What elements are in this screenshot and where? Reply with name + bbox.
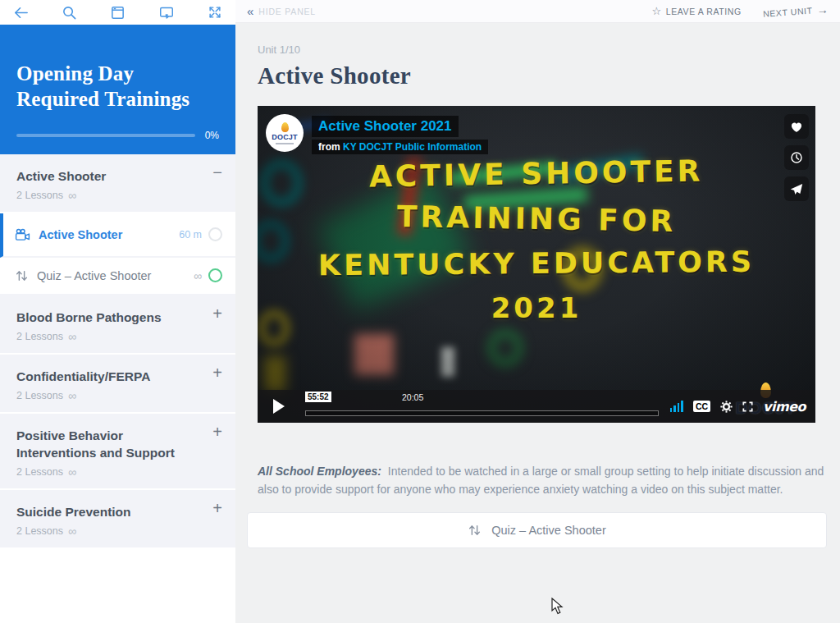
expand-section-icon[interactable]: +: [212, 500, 222, 516]
back-button[interactable]: [11, 3, 30, 21]
lesson-duration: 60 m: [179, 229, 202, 240]
main-topbar: « HIDE PANEL ☆ LEAVE A RATING NEXT UNIT …: [235, 0, 840, 23]
fullscreen-icon: [742, 401, 753, 412]
next-unit-button[interactable]: NEXT UNIT →: [762, 3, 829, 20]
paper-plane-icon: [790, 183, 803, 195]
course-header: Opening Day Required Trainings 0%: [0, 25, 235, 154]
chalk-text-line: KENTUCKY EDUCATORS: [318, 245, 756, 282]
lessons-count: 2 Lessons: [16, 525, 63, 537]
course-player-app: Opening Day Required Trainings 0% Active…: [0, 0, 840, 623]
progress-bar: [16, 134, 195, 137]
volume-bar: [670, 408, 673, 412]
closed-captions-button[interactable]: CC: [693, 401, 710, 412]
video-title-block: Active Shooter 2021 from KY DOCJT Public…: [312, 114, 488, 154]
quiz-arrows-icon: [468, 523, 482, 538]
section-title: Suicide Prevention: [16, 504, 219, 521]
double-chevron-left-icon: «: [247, 5, 253, 17]
vimeo-logo[interactable]: vimeo: [763, 399, 806, 415]
search-button[interactable]: [60, 3, 78, 21]
video-side-actions: [784, 114, 809, 201]
docjt-logo-subline: [276, 143, 294, 144]
unit-progress-label: Unit 1/10: [258, 44, 840, 56]
description-lead: All School Employees:: [258, 465, 381, 478]
quiz-link-card[interactable]: Quiz – Active Shooter: [247, 512, 827, 548]
notes-button[interactable]: [109, 3, 127, 21]
fullscreen-button[interactable]: [206, 3, 224, 21]
section-meta: 2 Lessons ∞: [16, 390, 219, 401]
fullscreen-button[interactable]: [742, 401, 753, 412]
timeline-tooltip: 55:52: [305, 392, 331, 402]
lesson-content: Unit 1/10 Active Shooter: [235, 23, 840, 623]
play-icon: [273, 399, 285, 414]
channel-link[interactable]: KY DOCJT Public Information: [343, 141, 482, 153]
lesson-status: ∞: [194, 268, 222, 282]
quiz-arrows-icon: [15, 268, 29, 283]
video-timeline[interactable]: 55:52 20:05: [305, 390, 659, 423]
heart-icon: [790, 121, 803, 133]
section-title: Positive Behavior Interventions and Supp…: [16, 428, 219, 462]
lessons-count: 2 Lessons: [16, 466, 63, 478]
docjt-logo[interactable]: DOCJT: [266, 114, 304, 152]
collapse-section-icon[interactable]: −: [212, 164, 222, 181]
section-meta: 2 Lessons ∞: [16, 466, 219, 478]
completion-ring-available[interactable]: [208, 268, 222, 282]
expand-section-icon[interactable]: +: [212, 305, 222, 322]
watch-later-button[interactable]: [784, 145, 809, 170]
chalk-text-line: TRAINING FOR: [397, 199, 677, 238]
sidebar-section-blood-borne-pathogens[interactable]: Blood Borne Pathogens 2 Lessons ∞ +: [0, 295, 235, 355]
volume-bar: [678, 403, 680, 412]
lesson-item-active-shooter[interactable]: Active Shooter 60 m: [0, 213, 235, 258]
lesson-description: All School Employees: Intended to be wat…: [258, 462, 832, 499]
lesson-label: Active Shooter: [39, 228, 179, 241]
sidebar-section-suicide-prevention[interactable]: Suicide Prevention 2 Lessons ∞ +: [0, 490, 235, 549]
torch-flame-icon: [281, 122, 289, 132]
course-sidebar: Opening Day Required Trainings 0% Active…: [0, 0, 235, 623]
course-progress: 0%: [16, 130, 219, 141]
expand-section-icon[interactable]: +: [212, 364, 222, 381]
sidebar-section-positive-behavior[interactable]: Positive Behavior Interventions and Supp…: [0, 414, 235, 490]
progress-percent-label: 0%: [205, 130, 219, 141]
expand-icon: [208, 5, 222, 20]
video-control-bar: 55:52 20:05 CC: [258, 390, 815, 423]
lesson-status: 60 m: [179, 227, 222, 241]
leave-rating-button[interactable]: ☆ LEAVE A RATING: [651, 6, 741, 16]
video-header-overlay: DOCJT Active Shooter 2021 from KY DOCJT …: [266, 114, 488, 154]
section-meta: 2 Lessons ∞: [16, 190, 219, 201]
quiz-link-label: Quiz – Active Shooter: [491, 524, 605, 537]
lesson-item-quiz-active-shooter[interactable]: Quiz – Active Shooter ∞: [0, 258, 235, 295]
calendar-icon: [110, 5, 126, 21]
infinity-icon: ∞: [68, 390, 76, 401]
sidebar-section-active-shooter[interactable]: Active Shooter 2 Lessons ∞ −: [0, 154, 235, 213]
settings-button[interactable]: [720, 401, 733, 413]
progress-scrubber[interactable]: [305, 410, 659, 416]
volume-bar: [681, 401, 683, 412]
video-camera-icon: [15, 228, 30, 241]
lessons-count: 2 Lessons: [16, 331, 63, 342]
video-duration: 20:05: [402, 392, 423, 402]
clock-icon: [790, 151, 803, 164]
control-bar-right: CC vimeo: [670, 390, 815, 423]
like-button[interactable]: [784, 114, 809, 139]
docjt-logo-text: DOCJT: [272, 133, 298, 141]
expand-section-icon[interactable]: +: [212, 424, 222, 440]
hide-panel-button[interactable]: « HIDE PANEL: [247, 5, 316, 17]
volume-button[interactable]: [670, 401, 683, 412]
section-meta: 2 Lessons ∞: [16, 525, 219, 537]
topbar-actions: ☆ LEAVE A RATING NEXT UNIT →: [651, 6, 829, 17]
byline-prefix: from: [318, 141, 340, 153]
vimeo-video-player[interactable]: ACTIVE SHOOTER TRAINING FOR KENTUCKY EDU…: [258, 106, 815, 423]
section-title: Blood Borne Pathogens: [16, 309, 219, 327]
screen-share-button[interactable]: [158, 3, 176, 21]
main-panel: « HIDE PANEL ☆ LEAVE A RATING NEXT UNIT …: [235, 0, 840, 623]
video-title-link[interactable]: Active Shooter 2021: [312, 116, 459, 137]
back-icon: [13, 5, 29, 21]
section-title: Confidentiality/FERPA: [16, 369, 219, 386]
completion-ring-incomplete[interactable]: [208, 227, 222, 241]
section-meta: 2 Lessons ∞: [16, 331, 219, 342]
share-button[interactable]: [784, 176, 809, 201]
play-button[interactable]: [258, 390, 300, 423]
video-byline: from KY DOCJT Public Information: [312, 140, 488, 154]
infinity-icon: ∞: [68, 466, 76, 478]
volume-bar: [673, 405, 676, 412]
sidebar-section-confidentiality-ferpa[interactable]: Confidentiality/FERPA 2 Lessons ∞ +: [0, 355, 235, 414]
